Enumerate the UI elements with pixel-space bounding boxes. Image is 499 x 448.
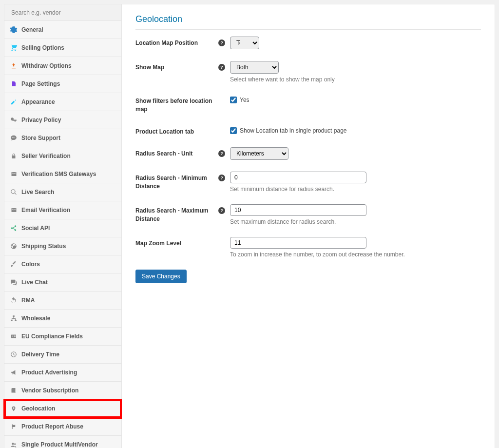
sidebar-item-label: RMA (21, 297, 35, 304)
key-icon (10, 116, 18, 124)
product-tab-checkbox[interactable] (230, 127, 237, 134)
sidebar-item-label: Shipping Status (21, 243, 66, 250)
field-hint: Set maximum distance for radius search. (230, 218, 481, 225)
show-filters-checkbox-wrap[interactable]: Yes (230, 95, 481, 103)
chat-bubble-icon (10, 134, 18, 142)
sidebar-item-store-support[interactable]: Store Support (4, 129, 121, 147)
envelope-icon (10, 170, 18, 178)
appearance-icon (10, 98, 18, 106)
sidebar-item-withdraw-options[interactable]: Withdraw Options (4, 57, 121, 75)
help-icon[interactable]: ? (218, 207, 225, 214)
megaphone-icon (10, 369, 18, 376)
sidebar-item-label: Colors (21, 261, 40, 268)
map-zoom-input[interactable] (230, 237, 366, 249)
comments-icon (10, 278, 18, 286)
svg-point-15 (14, 443, 16, 445)
sidebar-item-label: Vendor Subscription (21, 387, 78, 394)
sidebar-item-single-product-multivendor[interactable]: Single Product MultiVendor (4, 436, 121, 448)
checkbox-label: Show Location tab in single product page (240, 127, 347, 134)
field-map-zoom: Map Zoom Level To zoom in increase the n… (135, 237, 481, 258)
sidebar-item-label: Store Support (21, 135, 60, 141)
page-icon (10, 80, 18, 88)
sidebar-item-product-report-abuse[interactable]: Product Report Abuse (4, 418, 121, 436)
help-icon[interactable]: ? (218, 39, 225, 46)
network-icon (10, 314, 18, 322)
sidebar-item-shipping-status[interactable]: Shipping Status (4, 237, 121, 255)
sidebar-item-privacy-policy[interactable]: Privacy Policy (4, 111, 121, 129)
sidebar-item-live-chat[interactable]: Live Chat (4, 273, 121, 292)
book-icon (10, 387, 18, 394)
svg-point-1 (13, 137, 14, 138)
sidebar-item-social-api[interactable]: Social API (4, 219, 121, 237)
field-label: Radius Search - Unit (135, 147, 218, 158)
sidebar-item-label: Live Search (21, 189, 54, 195)
sidebar-item-label: Live Chat (21, 279, 48, 286)
sidebar-search-input[interactable] (11, 9, 115, 16)
share-icon (10, 224, 18, 232)
sidebar-item-label: Seller Verification (21, 153, 71, 159)
radius-max-input[interactable] (230, 204, 366, 216)
sidebar-item-appearance[interactable]: Appearance (4, 93, 121, 111)
lock-icon (10, 152, 18, 160)
sidebar-item-label: Selling Options (21, 44, 64, 51)
svg-rect-6 (13, 315, 15, 317)
field-label: Radius Search - Maximum Distance (135, 204, 218, 223)
settings-page: General Selling Options Withdraw Options… (0, 0, 499, 448)
field-hint: To zoom in increase the number, to zoom … (230, 251, 481, 258)
svg-point-2 (15, 137, 15, 138)
sidebar-item-label: Email Verification (21, 207, 70, 214)
sidebar-item-selling-options[interactable]: Selling Options (4, 39, 121, 57)
sidebar-item-geolocation[interactable]: Geolocation (4, 400, 121, 418)
clock-icon (10, 351, 18, 358)
sidebar-item-vendor-subscription[interactable]: Vendor Subscription (4, 382, 121, 400)
radius-min-input[interactable] (230, 172, 366, 183)
help-icon[interactable]: ? (218, 64, 225, 71)
save-changes-button[interactable]: Save Changes (135, 270, 187, 283)
map-pin-icon (10, 405, 18, 412)
sidebar-item-label: Page Settings (21, 80, 60, 87)
sidebar-item-colors[interactable]: Colors (4, 255, 121, 273)
sidebar-item-label: Withdraw Options (21, 62, 72, 69)
field-radius-unit: Radius Search - Unit ? Kilometers (135, 147, 481, 160)
sidebar-item-wholesale[interactable]: Wholesale (4, 310, 121, 328)
help-icon[interactable]: ? (218, 150, 225, 157)
sidebar-item-label: Social API (21, 225, 50, 232)
sidebar-item-label: Product Advertising (21, 369, 77, 376)
sidebar-item-live-search[interactable]: Live Search (4, 183, 121, 201)
sidebar-item-label: Wholesale (21, 315, 50, 322)
sidebar-item-general[interactable]: General (4, 21, 121, 39)
sidebar-item-label: Product Report Abuse (21, 423, 83, 430)
sidebar-item-page-settings[interactable]: Page Settings (4, 75, 121, 93)
svg-point-5 (15, 229, 17, 231)
flag-icon (10, 423, 18, 430)
show-filters-checkbox[interactable] (230, 97, 237, 103)
radius-unit-select[interactable]: Kilometers (230, 147, 288, 160)
sidebar-item-rma[interactable]: RMA (4, 292, 121, 310)
svg-point-10 (12, 336, 13, 337)
sidebar-item-eu-compliance[interactable]: EU Compliance Fields (4, 328, 121, 346)
sidebar-item-seller-verification[interactable]: Seller Verification (4, 147, 121, 165)
search-icon (10, 188, 18, 196)
svg-point-4 (15, 225, 17, 227)
show-map-select[interactable]: Both (230, 61, 279, 74)
gear-icon (10, 26, 18, 34)
field-label: Product Location tab (135, 125, 218, 136)
sidebar-item-product-advertising[interactable]: Product Advertising (4, 364, 121, 382)
sidebar-item-delivery-time[interactable]: Delivery Time (4, 346, 121, 364)
help-icon[interactable]: ? (218, 175, 225, 181)
svg-point-0 (12, 137, 13, 138)
sidebar-item-verification-sms[interactable]: Verification SMS Gateways (4, 165, 121, 183)
location-map-position-select[interactable]: Top (230, 37, 259, 49)
checkbox-label: Yes (240, 97, 250, 103)
product-tab-checkbox-wrap[interactable]: Show Location tab in single product page (230, 125, 481, 134)
brush-icon (10, 260, 18, 268)
field-hint: Set minimum distance for radius search. (230, 186, 481, 193)
sidebar-item-email-verification[interactable]: Email Verification (4, 201, 121, 219)
id-card-icon (10, 332, 18, 340)
sidebar-item-label: Single Product MultiVendor (21, 441, 98, 448)
title-divider (135, 29, 481, 30)
field-label: Radius Search - Minimum Distance (135, 172, 218, 191)
svg-rect-7 (11, 320, 13, 321)
field-show-map: Show Map ? Both Select where want to sho… (135, 61, 481, 83)
upload-icon (10, 62, 18, 70)
